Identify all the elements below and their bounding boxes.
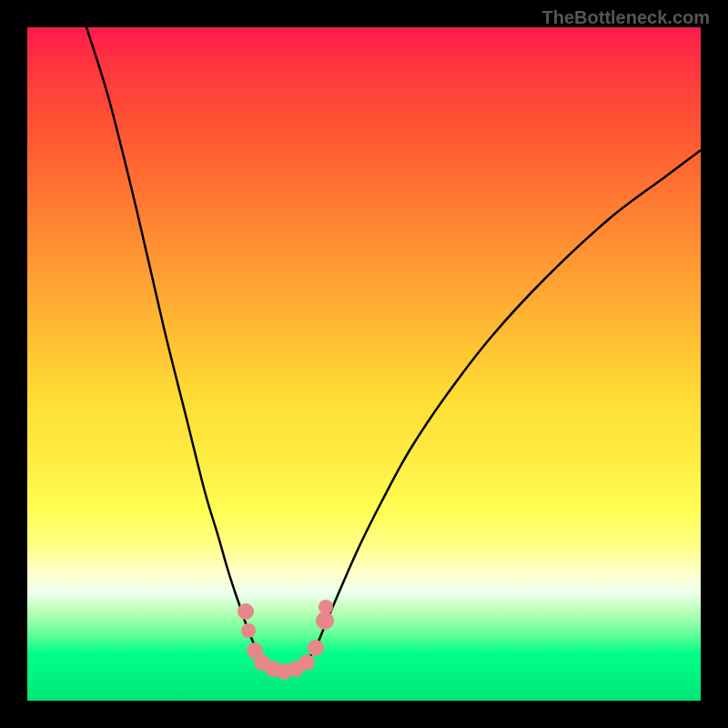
watermark-text: TheBottleneck.com bbox=[542, 7, 710, 28]
data-marker bbox=[316, 612, 334, 630]
data-marker bbox=[241, 623, 256, 638]
bottleneck-curve bbox=[86, 27, 701, 672]
curve-svg bbox=[27, 27, 701, 701]
data-marker bbox=[308, 640, 324, 656]
data-marker bbox=[298, 654, 315, 671]
data-marker bbox=[318, 600, 333, 614]
plot-area bbox=[27, 27, 701, 701]
data-marker bbox=[238, 603, 254, 620]
